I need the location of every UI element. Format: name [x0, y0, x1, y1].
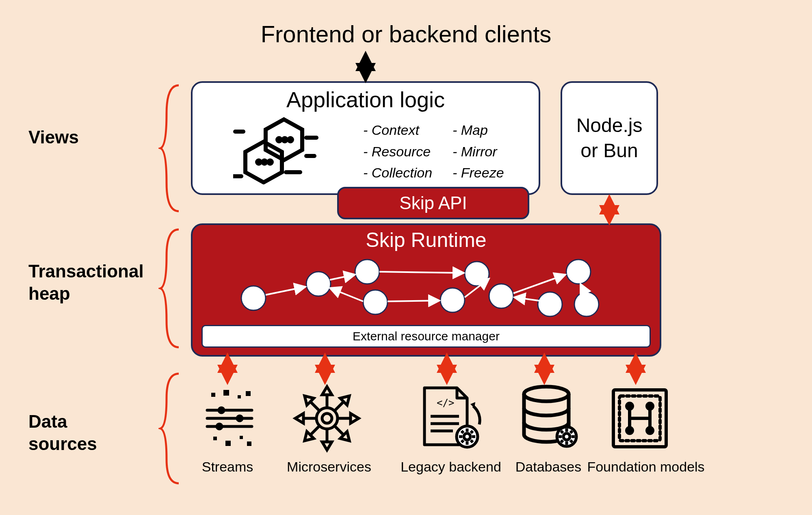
api-item: - Mirror	[453, 141, 504, 162]
svg-rect-38	[238, 395, 241, 398]
clients-title: Frontend or backend clients	[0, 20, 812, 48]
svg-point-34	[237, 416, 242, 421]
api-item: - Freeze	[453, 162, 504, 184]
svg-line-87	[570, 440, 572, 442]
svg-point-21	[566, 260, 591, 284]
row-label-views: Views	[28, 126, 79, 148]
brace-views	[158, 81, 183, 215]
svg-point-4	[289, 138, 292, 141]
svg-point-35	[217, 424, 222, 429]
runtime-host-box: Node.js or Bun	[561, 81, 658, 195]
api-item: - Map	[453, 119, 504, 141]
svg-point-6	[263, 160, 266, 164]
api-item: - Context	[363, 119, 432, 141]
runtime-host-label: Node.js or Bun	[576, 113, 643, 164]
svg-line-58	[310, 402, 319, 411]
databases-icon	[518, 384, 583, 453]
api-list-col2: - Map - Mirror - Freeze	[453, 119, 504, 184]
svg-point-13	[241, 286, 266, 310]
svg-point-5	[257, 160, 260, 164]
svg-line-86	[561, 440, 563, 442]
external-resource-manager: External resource manager	[201, 325, 651, 348]
row-label-data-sources: Data sources	[28, 410, 97, 455]
microservices-label: Microservices	[280, 459, 378, 475]
brace-sources	[158, 370, 183, 487]
application-logic-box: Application logic - Context - Resou	[191, 81, 540, 195]
svg-line-85	[570, 431, 572, 433]
svg-point-77	[524, 387, 569, 401]
external-resource-manager-label: External resource manager	[353, 329, 500, 343]
svg-point-16	[363, 290, 388, 314]
svg-point-19	[489, 284, 513, 308]
svg-line-72	[461, 431, 463, 433]
svg-point-7	[269, 160, 272, 164]
svg-point-33	[219, 408, 224, 413]
svg-marker-52	[295, 413, 303, 423]
svg-point-22	[574, 292, 599, 316]
svg-point-45	[322, 413, 332, 423]
runtime-graph	[193, 249, 660, 322]
api-item: - Collection	[363, 162, 432, 184]
svg-marker-50	[322, 442, 332, 450]
svg-rect-43	[247, 441, 251, 446]
svg-rect-37	[223, 390, 229, 396]
svg-line-61	[335, 426, 344, 435]
application-logic-title: Application logic	[193, 87, 539, 112]
streams-icon	[203, 388, 256, 449]
svg-rect-39	[246, 391, 251, 396]
svg-rect-40	[213, 437, 217, 440]
api-item: - Resource	[363, 141, 432, 162]
svg-line-84	[561, 431, 563, 433]
row-label-heap: Transactional heap	[28, 260, 144, 305]
databases-label: Databases	[508, 459, 589, 475]
api-list-col1: - Context - Resource - Collection	[363, 119, 432, 184]
skip-runtime-title: Skip Runtime	[193, 228, 660, 252]
legacy-backend-label: Legacy backend	[394, 459, 508, 475]
skip-api-box: Skip API	[337, 187, 529, 219]
streams-label: Streams	[191, 459, 264, 475]
svg-point-44	[316, 408, 338, 429]
skip-api-label: Skip API	[399, 193, 467, 213]
svg-rect-36	[211, 393, 215, 397]
svg-point-3	[283, 138, 286, 141]
svg-line-75	[471, 440, 473, 442]
foundation-models-label: Foundation models	[581, 459, 711, 475]
svg-line-74	[461, 440, 463, 442]
svg-marker-46	[322, 387, 332, 395]
svg-point-2	[277, 138, 281, 141]
foundation-models-icon	[609, 386, 670, 451]
skip-runtime-box: Skip Runtime	[191, 223, 661, 357]
svg-point-15	[355, 260, 379, 284]
svg-line-60	[310, 426, 319, 435]
svg-marker-48	[351, 413, 359, 423]
svg-point-17	[440, 288, 465, 312]
legacy-backend-icon: </>	[418, 384, 483, 453]
application-logic-icon	[233, 115, 323, 184]
svg-text:</>: </>	[437, 397, 454, 409]
microservices-icon	[292, 384, 362, 453]
svg-line-59	[335, 402, 344, 411]
brace-heap	[158, 225, 183, 351]
svg-point-14	[306, 272, 331, 296]
svg-rect-41	[225, 441, 231, 446]
architecture-diagram: Frontend or backend clients Views Transa…	[0, 0, 812, 515]
svg-line-73	[471, 431, 473, 433]
svg-point-20	[538, 292, 562, 316]
svg-rect-42	[240, 436, 243, 439]
